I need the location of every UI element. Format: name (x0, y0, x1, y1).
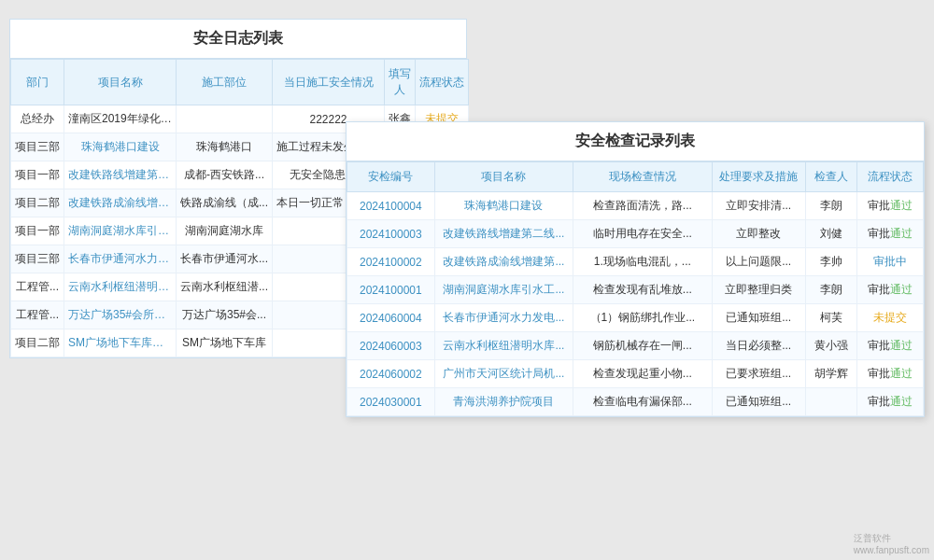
table-cell: 立即整改 (712, 220, 805, 248)
col-inspector: 检查人 (805, 162, 857, 192)
table-row: 2024060004长春市伊通河水力发电...（1）钢筋绑扎作业...已通知班组… (347, 304, 924, 332)
table-cell[interactable]: 云南水利枢纽潜明水库一... (64, 273, 177, 301)
table-cell[interactable]: 湖南洞庭湖水库引水工程... (64, 217, 177, 245)
col-safety: 当日施工安全情况 (273, 60, 385, 105)
right-panel: 安全检查记录列表 安检编号 项目名称 现场检查情况 处理要求及措施 检查人 流程… (346, 121, 925, 417)
table-cell: 审批通过 (857, 276, 924, 304)
table-cell[interactable]: 2024030001 (347, 388, 435, 416)
table-cell[interactable]: 湖南洞庭湖水库引水工... (434, 276, 573, 304)
table-cell[interactable]: 2024100001 (347, 276, 435, 304)
table-cell[interactable]: 长春市伊通河水力发电... (434, 304, 573, 332)
watermark: 泛普软件 www.fanpusft.com (854, 532, 929, 555)
table-cell: 钢筋机械存在一闸... (573, 332, 712, 360)
table-cell[interactable]: 珠海鹤港口建设 (64, 133, 177, 161)
table-cell (177, 105, 273, 133)
table-cell[interactable]: 珠海鹤港口建设 (434, 192, 573, 220)
table-cell: 临时用电存在安全... (573, 220, 712, 248)
col-location: 施工部位 (177, 60, 273, 105)
table-cell: 工程管... (11, 273, 64, 301)
table-cell: SM广场地下车库 (177, 329, 273, 357)
table-row: 2024060003云南水利枢纽潜明水库...钢筋机械存在一闸...当日必须整.… (347, 332, 924, 360)
table-cell: 审批通过 (857, 220, 924, 248)
table-cell: 李帅 (805, 248, 857, 276)
col-project: 项目名称 (434, 162, 573, 192)
table-cell[interactable]: 2024060003 (347, 332, 435, 360)
table-cell: 审批通过 (857, 360, 924, 388)
table-cell[interactable]: 改建铁路线增建第二线... (434, 220, 573, 248)
watermark-line1: 泛普软件 (854, 532, 929, 545)
table-cell: 湖南洞庭湖水库 (177, 217, 273, 245)
col-id: 安检编号 (347, 162, 435, 192)
left-panel-title: 安全日志列表 (10, 20, 466, 59)
table-cell: 项目二部 (11, 329, 64, 357)
table-cell[interactable]: 广州市天河区统计局机... (434, 360, 573, 388)
table-row: 2024100003改建铁路线增建第二线...临时用电存在安全...立即整改刘健… (347, 220, 924, 248)
table-cell: 项目一部 (11, 161, 64, 189)
table-cell: 项目二部 (11, 189, 64, 217)
table-cell: 检查发现有乱堆放... (573, 276, 712, 304)
table-cell: 项目三部 (11, 245, 64, 273)
table-cell: 立即安排清... (712, 192, 805, 220)
col-project: 项目名称 (64, 60, 177, 105)
table-cell[interactable]: 改建铁路线增建第二线直... (64, 161, 177, 189)
table-cell: 审批通过 (857, 388, 924, 416)
table-cell: 云南水利枢纽潜... (177, 273, 273, 301)
table-cell: 珠海鹤港口 (177, 133, 273, 161)
table-cell: 总经办 (11, 105, 64, 133)
safety-check-table: 安检编号 项目名称 现场检查情况 处理要求及措施 检查人 流程状态 202410… (347, 161, 924, 416)
table-cell: 刘健 (805, 220, 857, 248)
table-cell: 柯芙 (805, 304, 857, 332)
table-cell[interactable]: 2024060004 (347, 304, 435, 332)
table-cell: 万达广场35#会... (177, 301, 273, 329)
table-cell: 项目三部 (11, 133, 64, 161)
table-cell: 黄小强 (805, 332, 857, 360)
table-cell: 已通知班组... (712, 388, 805, 416)
table-cell: 以上问题限... (712, 248, 805, 276)
watermark-line2: www.fanpusft.com (854, 545, 929, 555)
table-row: 2024030001青海洪湖养护院项目检查临电有漏保部...已通知班组...审批… (347, 388, 924, 416)
table-cell: 1.现场临电混乱，... (573, 248, 712, 276)
table-cell[interactable]: 2024100002 (347, 248, 435, 276)
table-cell: 立即整理归类 (712, 276, 805, 304)
col-situation: 现场检查情况 (573, 162, 712, 192)
table-cell: 当日必须整... (712, 332, 805, 360)
table-cell: 未提交 (857, 304, 924, 332)
table-cell: 检查路面清洗，路... (573, 192, 712, 220)
col-author: 填写人 (385, 60, 416, 105)
table-cell: 李朗 (805, 192, 857, 220)
right-panel-title: 安全检查记录列表 (347, 122, 924, 161)
table-cell[interactable]: 改建铁路成渝线增建第二... (64, 189, 177, 217)
table-cell[interactable]: 云南水利枢纽潜明水库... (434, 332, 573, 360)
table-cell[interactable]: 潼南区2019年绿化补贴项... (64, 105, 177, 133)
table-cell: 已要求班组... (712, 360, 805, 388)
col-dept: 部门 (11, 60, 64, 105)
col-status: 流程状态 (416, 60, 469, 105)
table-cell[interactable]: 2024100003 (347, 220, 435, 248)
table-cell: 工程管... (11, 301, 64, 329)
table-row: 2024100004珠海鹤港口建设检查路面清洗，路...立即安排清...李朗审批… (347, 192, 924, 220)
table-cell[interactable]: 青海洪湖养护院项目 (434, 388, 573, 416)
table-cell (805, 388, 857, 416)
table-cell: 胡学辉 (805, 360, 857, 388)
table-cell[interactable]: 2024100004 (347, 192, 435, 220)
table-cell: 已通知班组... (712, 304, 805, 332)
table-cell: 长春市伊通河水... (177, 245, 273, 273)
table-cell: （1）钢筋绑扎作业... (573, 304, 712, 332)
table-cell[interactable]: SM广场地下车库更换摄... (64, 329, 177, 357)
table-cell: 审批中 (857, 248, 924, 276)
col-measures: 处理要求及措施 (712, 162, 805, 192)
table-row: 2024060002广州市天河区统计局机...检查发现起重小物...已要求班组.… (347, 360, 924, 388)
table-cell[interactable]: 改建铁路成渝线增建第... (434, 248, 573, 276)
table-cell: 检查发现起重小物... (573, 360, 712, 388)
table-cell: 检查临电有漏保部... (573, 388, 712, 416)
table-cell: 成都-西安铁路... (177, 161, 273, 189)
table-cell[interactable]: 长春市伊通河水力发电厂... (64, 245, 177, 273)
table-cell: 审批通过 (857, 192, 924, 220)
table-row: 2024100002改建铁路成渝线增建第...1.现场临电混乱，...以上问题限… (347, 248, 924, 276)
col-status: 流程状态 (857, 162, 924, 192)
table-cell[interactable]: 2024060002 (347, 360, 435, 388)
table-cell[interactable]: 万达广场35#会所及咖啡... (64, 301, 177, 329)
table-cell: 审批通过 (857, 332, 924, 360)
table-cell: 项目一部 (11, 217, 64, 245)
table-cell: 铁路成渝线（成... (177, 189, 273, 217)
